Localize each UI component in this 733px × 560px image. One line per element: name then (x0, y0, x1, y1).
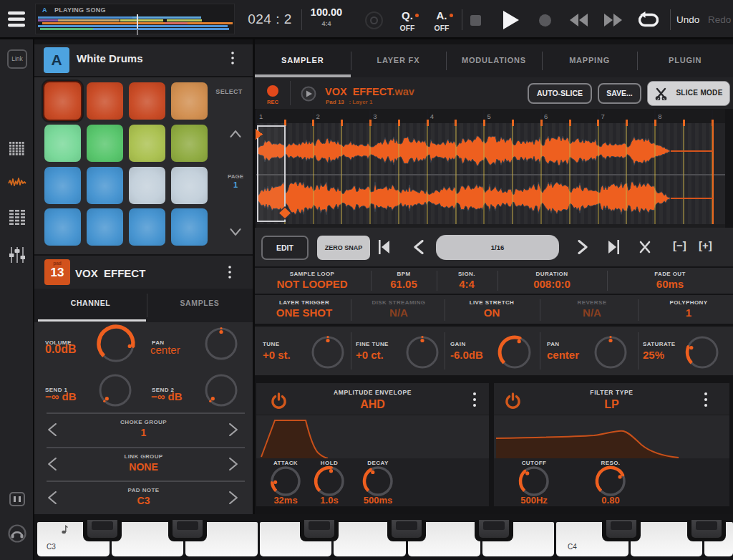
svg-text:7: 7 (601, 112, 605, 120)
svg-text:1: 1 (259, 112, 263, 120)
svg-text:5: 5 (487, 112, 490, 120)
svg-text:8: 8 (658, 112, 661, 120)
svg-text:6: 6 (544, 112, 548, 120)
svg-text:4: 4 (430, 112, 434, 120)
svg-text:3: 3 (373, 112, 377, 120)
svg-text:2: 2 (316, 112, 320, 120)
